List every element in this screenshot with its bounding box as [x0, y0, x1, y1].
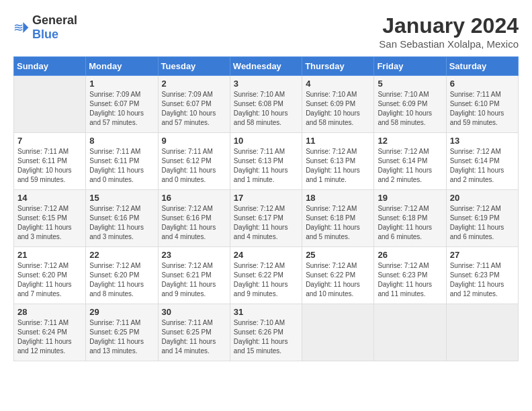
calendar-cell: 6Sunrise: 7:11 AM Sunset: 6:10 PM Daylig…	[446, 76, 518, 133]
calendar-title: January 2024	[379, 13, 519, 38]
calendar-cell: 5Sunrise: 7:10 AM Sunset: 6:09 PM Daylig…	[374, 76, 446, 133]
calendar-cell: 3Sunrise: 7:10 AM Sunset: 6:08 PM Daylig…	[230, 76, 302, 133]
day-info: Sunrise: 7:12 AM Sunset: 6:16 PM Dayligh…	[162, 204, 226, 242]
day-number: 26	[378, 250, 442, 260]
day-info: Sunrise: 7:12 AM Sunset: 6:21 PM Dayligh…	[162, 261, 226, 299]
day-number: 20	[450, 193, 515, 203]
header-row: SundayMondayTuesdayWednesdayThursdayFrid…	[14, 57, 519, 76]
day-info: Sunrise: 7:09 AM Sunset: 6:07 PM Dayligh…	[162, 90, 226, 128]
day-number: 17	[234, 193, 298, 203]
week-row-4: 21Sunrise: 7:12 AM Sunset: 6:20 PM Dayli…	[14, 247, 519, 304]
calendar-cell: 18Sunrise: 7:12 AM Sunset: 6:18 PM Dayli…	[302, 190, 374, 247]
day-info: Sunrise: 7:12 AM Sunset: 6:19 PM Dayligh…	[450, 204, 515, 242]
day-info: Sunrise: 7:12 AM Sunset: 6:22 PM Dayligh…	[306, 261, 370, 299]
day-number: 21	[17, 250, 82, 260]
week-row-1: 1Sunrise: 7:09 AM Sunset: 6:07 PM Daylig…	[14, 76, 519, 133]
header-cell-sunday: Sunday	[14, 57, 86, 76]
day-info: Sunrise: 7:12 AM Sunset: 6:22 PM Dayligh…	[234, 261, 298, 299]
calendar-cell: 15Sunrise: 7:12 AM Sunset: 6:16 PM Dayli…	[86, 190, 158, 247]
header-cell-saturday: Saturday	[446, 57, 518, 76]
day-info: Sunrise: 7:11 AM Sunset: 6:13 PM Dayligh…	[234, 147, 298, 185]
header-cell-friday: Friday	[374, 57, 446, 76]
calendar-cell: 24Sunrise: 7:12 AM Sunset: 6:22 PM Dayli…	[230, 247, 302, 304]
day-number: 3	[234, 79, 298, 89]
day-number: 5	[378, 79, 442, 89]
day-info: Sunrise: 7:12 AM Sunset: 6:18 PM Dayligh…	[378, 204, 442, 242]
calendar-cell: 22Sunrise: 7:12 AM Sunset: 6:20 PM Dayli…	[86, 247, 158, 304]
day-number: 24	[234, 250, 298, 260]
week-row-3: 14Sunrise: 7:12 AM Sunset: 6:15 PM Dayli…	[14, 190, 519, 247]
calendar-cell: 30Sunrise: 7:11 AM Sunset: 6:25 PM Dayli…	[158, 304, 230, 361]
day-number: 8	[89, 136, 154, 146]
day-number: 31	[234, 307, 298, 317]
day-number: 10	[234, 136, 298, 146]
day-info: Sunrise: 7:11 AM Sunset: 6:12 PM Dayligh…	[162, 147, 226, 185]
day-info: Sunrise: 7:11 AM Sunset: 6:24 PM Dayligh…	[17, 318, 82, 356]
calendar-cell: 16Sunrise: 7:12 AM Sunset: 6:16 PM Dayli…	[158, 190, 230, 247]
header-cell-tuesday: Tuesday	[158, 57, 230, 76]
calendar-cell	[446, 304, 518, 361]
header-cell-monday: Monday	[86, 57, 158, 76]
calendar-cell	[302, 304, 374, 361]
calendar-cell: 19Sunrise: 7:12 AM Sunset: 6:18 PM Dayli…	[374, 190, 446, 247]
day-number: 7	[17, 136, 82, 146]
svg-marker-1	[23, 22, 28, 33]
day-number: 23	[162, 250, 226, 260]
calendar-cell: 4Sunrise: 7:10 AM Sunset: 6:09 PM Daylig…	[302, 76, 374, 133]
day-info: Sunrise: 7:12 AM Sunset: 6:14 PM Dayligh…	[378, 147, 442, 185]
calendar-cell: 10Sunrise: 7:11 AM Sunset: 6:13 PM Dayli…	[230, 133, 302, 190]
day-info: Sunrise: 7:12 AM Sunset: 6:18 PM Dayligh…	[306, 204, 370, 242]
day-number: 11	[306, 136, 370, 146]
title-area: January 2024 San Sebastian Xolalpa, Mexi…	[379, 13, 519, 50]
logo-general: General	[32, 13, 77, 27]
calendar-cell: 12Sunrise: 7:12 AM Sunset: 6:14 PM Dayli…	[374, 133, 446, 190]
day-info: Sunrise: 7:12 AM Sunset: 6:23 PM Dayligh…	[378, 261, 442, 299]
day-info: Sunrise: 7:12 AM Sunset: 6:16 PM Dayligh…	[89, 204, 154, 242]
day-number: 14	[17, 193, 82, 203]
calendar-table: SundayMondayTuesdayWednesdayThursdayFrid…	[13, 56, 519, 361]
calendar-subtitle: San Sebastian Xolalpa, Mexico	[379, 38, 519, 50]
calendar-cell: 13Sunrise: 7:12 AM Sunset: 6:14 PM Dayli…	[446, 133, 518, 190]
day-number: 16	[162, 193, 226, 203]
day-number: 13	[450, 136, 515, 146]
day-info: Sunrise: 7:11 AM Sunset: 6:23 PM Dayligh…	[450, 261, 515, 299]
day-number: 6	[450, 79, 515, 89]
calendar-cell: 2Sunrise: 7:09 AM Sunset: 6:07 PM Daylig…	[158, 76, 230, 133]
calendar-cell: 28Sunrise: 7:11 AM Sunset: 6:24 PM Dayli…	[14, 304, 86, 361]
week-row-2: 7Sunrise: 7:11 AM Sunset: 6:11 PM Daylig…	[14, 133, 519, 190]
header-cell-thursday: Thursday	[302, 57, 374, 76]
calendar-body: 1Sunrise: 7:09 AM Sunset: 6:07 PM Daylig…	[14, 76, 519, 361]
calendar-cell: 9Sunrise: 7:11 AM Sunset: 6:12 PM Daylig…	[158, 133, 230, 190]
svg-text:≋: ≋	[13, 21, 24, 34]
day-info: Sunrise: 7:10 AM Sunset: 6:26 PM Dayligh…	[234, 318, 298, 356]
calendar-cell: 29Sunrise: 7:11 AM Sunset: 6:25 PM Dayli…	[86, 304, 158, 361]
calendar-cell: 23Sunrise: 7:12 AM Sunset: 6:21 PM Dayli…	[158, 247, 230, 304]
day-info: Sunrise: 7:11 AM Sunset: 6:11 PM Dayligh…	[17, 147, 82, 185]
header: ≋ General Blue January 2024 San Sebastia…	[13, 13, 519, 50]
day-number: 2	[162, 79, 226, 89]
header-cell-wednesday: Wednesday	[230, 57, 302, 76]
day-number: 25	[306, 250, 370, 260]
calendar-cell: 1Sunrise: 7:09 AM Sunset: 6:07 PM Daylig…	[86, 76, 158, 133]
day-info: Sunrise: 7:12 AM Sunset: 6:17 PM Dayligh…	[234, 204, 298, 242]
day-number: 27	[450, 250, 515, 260]
calendar-cell: 31Sunrise: 7:10 AM Sunset: 6:26 PM Dayli…	[230, 304, 302, 361]
day-info: Sunrise: 7:09 AM Sunset: 6:07 PM Dayligh…	[89, 90, 154, 128]
day-info: Sunrise: 7:12 AM Sunset: 6:20 PM Dayligh…	[17, 261, 82, 299]
day-info: Sunrise: 7:12 AM Sunset: 6:20 PM Dayligh…	[89, 261, 154, 299]
day-number: 4	[306, 79, 370, 89]
day-info: Sunrise: 7:10 AM Sunset: 6:09 PM Dayligh…	[378, 90, 442, 128]
calendar-cell: 14Sunrise: 7:12 AM Sunset: 6:15 PM Dayli…	[14, 190, 86, 247]
calendar-cell: 21Sunrise: 7:12 AM Sunset: 6:20 PM Dayli…	[14, 247, 86, 304]
logo-blue: Blue	[32, 28, 58, 41]
calendar-cell: 20Sunrise: 7:12 AM Sunset: 6:19 PM Dayli…	[446, 190, 518, 247]
week-row-5: 28Sunrise: 7:11 AM Sunset: 6:24 PM Dayli…	[14, 304, 519, 361]
day-info: Sunrise: 7:11 AM Sunset: 6:10 PM Dayligh…	[450, 90, 515, 128]
day-number: 9	[162, 136, 226, 146]
day-number: 18	[306, 193, 370, 203]
calendar-cell: 25Sunrise: 7:12 AM Sunset: 6:22 PM Dayli…	[302, 247, 374, 304]
calendar-cell: 17Sunrise: 7:12 AM Sunset: 6:17 PM Dayli…	[230, 190, 302, 247]
day-number: 30	[162, 307, 226, 317]
calendar-cell	[374, 304, 446, 361]
day-number: 28	[17, 307, 82, 317]
